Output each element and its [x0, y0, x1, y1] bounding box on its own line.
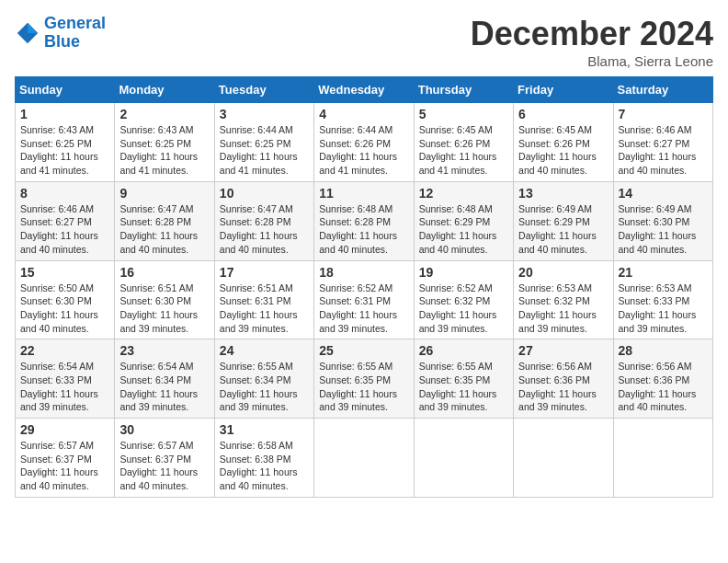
logo-text: General Blue: [44, 15, 106, 52]
logo-line1: General: [44, 14, 106, 32]
day-number: 22: [20, 343, 109, 358]
day-info: Sunrise: 6:49 AM Sunset: 6:29 PM Dayligh…: [518, 202, 608, 257]
weekday-header: Tuesday: [214, 77, 313, 103]
day-info: Sunrise: 6:48 AM Sunset: 6:29 PM Dayligh…: [419, 202, 508, 257]
calendar-cell: 19Sunrise: 6:52 AM Sunset: 6:32 PM Dayli…: [414, 260, 513, 339]
calendar-cell: 25Sunrise: 6:55 AM Sunset: 6:35 PM Dayli…: [314, 339, 414, 419]
calendar-cell: 3Sunrise: 6:44 AM Sunset: 6:25 PM Daylig…: [214, 103, 313, 182]
day-number: 17: [220, 265, 309, 280]
weekday-header: Friday: [514, 77, 613, 103]
day-info: Sunrise: 6:46 AM Sunset: 6:27 PM Dayligh…: [20, 202, 109, 257]
weekday-header: Sunday: [16, 77, 115, 103]
calendar-cell: 13Sunrise: 6:49 AM Sunset: 6:29 PM Dayli…: [514, 181, 613, 260]
calendar-cell: 10Sunrise: 6:47 AM Sunset: 6:28 PM Dayli…: [214, 181, 313, 260]
day-info: Sunrise: 6:47 AM Sunset: 6:28 PM Dayligh…: [220, 202, 309, 257]
day-info: Sunrise: 6:56 AM Sunset: 6:36 PM Dayligh…: [518, 360, 608, 414]
calendar-cell: 15Sunrise: 6:50 AM Sunset: 6:30 PM Dayli…: [16, 260, 115, 339]
calendar-cell: 23Sunrise: 6:54 AM Sunset: 6:34 PM Dayli…: [115, 339, 214, 419]
weekday-header: Thursday: [414, 77, 513, 103]
day-info: Sunrise: 6:57 AM Sunset: 6:37 PM Dayligh…: [119, 439, 209, 493]
calendar-cell: 12Sunrise: 6:48 AM Sunset: 6:29 PM Dayli…: [414, 181, 513, 260]
calendar-week-row: 1Sunrise: 6:43 AM Sunset: 6:25 PM Daylig…: [16, 103, 713, 182]
calendar-cell: 16Sunrise: 6:51 AM Sunset: 6:30 PM Dayli…: [115, 260, 214, 339]
month-title: December 2024: [471, 15, 713, 53]
day-number: 1: [20, 107, 109, 121]
calendar-cell: 24Sunrise: 6:55 AM Sunset: 6:34 PM Dayli…: [214, 339, 313, 419]
day-number: 30: [119, 422, 209, 437]
calendar-cell: 14Sunrise: 6:49 AM Sunset: 6:30 PM Dayli…: [613, 181, 712, 260]
calendar-cell: 29Sunrise: 6:57 AM Sunset: 6:37 PM Dayli…: [16, 419, 115, 498]
calendar-cell: 26Sunrise: 6:55 AM Sunset: 6:35 PM Dayli…: [414, 339, 513, 419]
calendar-week-row: 29Sunrise: 6:57 AM Sunset: 6:37 PM Dayli…: [16, 419, 713, 498]
day-info: Sunrise: 6:47 AM Sunset: 6:28 PM Dayligh…: [119, 202, 209, 257]
day-info: Sunrise: 6:50 AM Sunset: 6:30 PM Dayligh…: [20, 282, 109, 336]
day-number: 16: [119, 265, 209, 280]
svg-marker-1: [28, 23, 38, 33]
logo-icon: [15, 20, 40, 46]
day-info: Sunrise: 6:55 AM Sunset: 6:34 PM Dayligh…: [220, 360, 309, 414]
day-info: Sunrise: 6:53 AM Sunset: 6:33 PM Dayligh…: [619, 282, 708, 336]
day-number: 26: [419, 343, 508, 358]
day-info: Sunrise: 6:48 AM Sunset: 6:28 PM Dayligh…: [319, 202, 408, 257]
day-number: 14: [619, 186, 708, 201]
day-info: Sunrise: 6:55 AM Sunset: 6:35 PM Dayligh…: [419, 360, 508, 414]
day-number: 24: [220, 343, 309, 358]
day-number: 5: [419, 107, 508, 121]
logo: General Blue: [15, 15, 106, 52]
day-info: Sunrise: 6:49 AM Sunset: 6:30 PM Dayligh…: [619, 202, 708, 257]
calendar-cell: 18Sunrise: 6:52 AM Sunset: 6:31 PM Dayli…: [314, 260, 414, 339]
calendar-table: SundayMondayTuesdayWednesdayThursdayFrid…: [15, 76, 713, 498]
day-info: Sunrise: 6:53 AM Sunset: 6:32 PM Dayligh…: [518, 282, 608, 336]
day-info: Sunrise: 6:56 AM Sunset: 6:36 PM Dayligh…: [619, 360, 708, 414]
page-header: General Blue December 2024 Blama, Sierra…: [15, 15, 713, 69]
calendar-cell: 6Sunrise: 6:45 AM Sunset: 6:26 PM Daylig…: [514, 103, 613, 182]
calendar-cell: 30Sunrise: 6:57 AM Sunset: 6:37 PM Dayli…: [115, 419, 214, 498]
day-info: Sunrise: 6:44 AM Sunset: 6:26 PM Dayligh…: [319, 123, 408, 178]
day-number: 21: [619, 265, 708, 280]
calendar-cell: 5Sunrise: 6:45 AM Sunset: 6:26 PM Daylig…: [414, 103, 513, 182]
day-number: 27: [518, 343, 608, 358]
calendar-cell: [314, 419, 414, 498]
calendar-header-row: SundayMondayTuesdayWednesdayThursdayFrid…: [16, 77, 713, 103]
calendar-cell: 7Sunrise: 6:46 AM Sunset: 6:27 PM Daylig…: [613, 103, 712, 182]
logo-line2: Blue: [44, 32, 80, 51]
weekday-header: Monday: [115, 77, 214, 103]
weekday-header: Saturday: [613, 77, 712, 103]
day-number: 9: [119, 186, 209, 201]
day-info: Sunrise: 6:54 AM Sunset: 6:33 PM Dayligh…: [20, 360, 109, 414]
day-info: Sunrise: 6:51 AM Sunset: 6:30 PM Dayligh…: [119, 282, 209, 336]
calendar-cell: 20Sunrise: 6:53 AM Sunset: 6:32 PM Dayli…: [514, 260, 613, 339]
calendar-week-row: 8Sunrise: 6:46 AM Sunset: 6:27 PM Daylig…: [16, 181, 713, 260]
calendar-week-row: 22Sunrise: 6:54 AM Sunset: 6:33 PM Dayli…: [16, 339, 713, 419]
day-info: Sunrise: 6:43 AM Sunset: 6:25 PM Dayligh…: [20, 123, 109, 178]
calendar-cell: 2Sunrise: 6:43 AM Sunset: 6:25 PM Daylig…: [115, 103, 214, 182]
location: Blama, Sierra Leone: [471, 53, 713, 69]
calendar-cell: 11Sunrise: 6:48 AM Sunset: 6:28 PM Dayli…: [314, 181, 414, 260]
title-block: December 2024 Blama, Sierra Leone: [471, 15, 713, 69]
day-number: 7: [619, 107, 708, 121]
day-info: Sunrise: 6:51 AM Sunset: 6:31 PM Dayligh…: [220, 282, 309, 336]
day-number: 4: [319, 107, 408, 121]
day-info: Sunrise: 6:57 AM Sunset: 6:37 PM Dayligh…: [20, 439, 109, 493]
day-number: 3: [220, 107, 309, 121]
weekday-header: Wednesday: [314, 77, 414, 103]
day-number: 18: [319, 265, 408, 280]
calendar-cell: 27Sunrise: 6:56 AM Sunset: 6:36 PM Dayli…: [514, 339, 613, 419]
calendar-cell: 22Sunrise: 6:54 AM Sunset: 6:33 PM Dayli…: [16, 339, 115, 419]
calendar-cell: [414, 419, 513, 498]
calendar-cell: 9Sunrise: 6:47 AM Sunset: 6:28 PM Daylig…: [115, 181, 214, 260]
calendar-cell: 28Sunrise: 6:56 AM Sunset: 6:36 PM Dayli…: [613, 339, 712, 419]
day-info: Sunrise: 6:43 AM Sunset: 6:25 PM Dayligh…: [119, 123, 209, 178]
calendar-cell: [613, 419, 712, 498]
calendar-cell: 4Sunrise: 6:44 AM Sunset: 6:26 PM Daylig…: [314, 103, 414, 182]
day-info: Sunrise: 6:55 AM Sunset: 6:35 PM Dayligh…: [319, 360, 408, 414]
calendar-cell: 17Sunrise: 6:51 AM Sunset: 6:31 PM Dayli…: [214, 260, 313, 339]
day-number: 15: [20, 265, 109, 280]
calendar-cell: 31Sunrise: 6:58 AM Sunset: 6:38 PM Dayli…: [214, 419, 313, 498]
day-number: 11: [319, 186, 408, 201]
day-number: 20: [518, 265, 608, 280]
calendar-cell: 8Sunrise: 6:46 AM Sunset: 6:27 PM Daylig…: [16, 181, 115, 260]
day-info: Sunrise: 6:54 AM Sunset: 6:34 PM Dayligh…: [119, 360, 209, 414]
day-info: Sunrise: 6:58 AM Sunset: 6:38 PM Dayligh…: [220, 439, 309, 493]
day-number: 31: [220, 422, 309, 437]
